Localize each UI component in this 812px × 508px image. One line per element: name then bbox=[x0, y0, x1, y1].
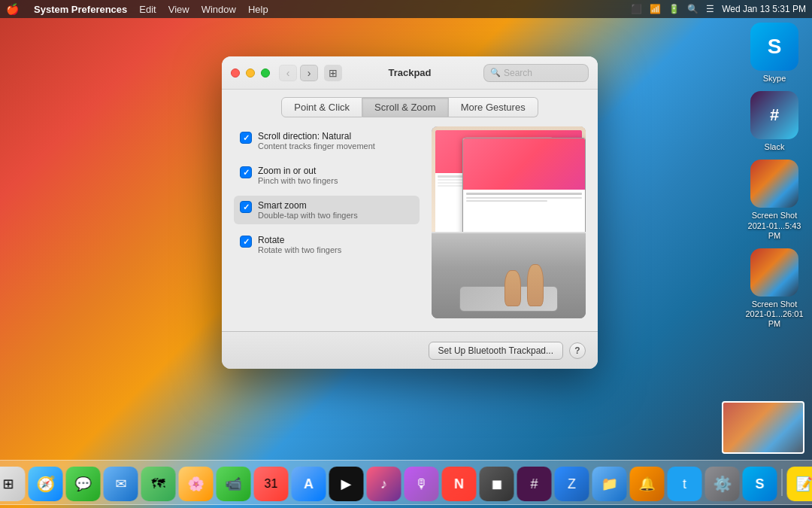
tab-scroll-zoom[interactable]: Scroll & Zoom bbox=[362, 97, 449, 117]
option-rotate[interactable]: ✓ Rotate Rotate with two fingers bbox=[234, 230, 420, 259]
search-icon[interactable]: 🔍 bbox=[687, 4, 698, 14]
search-input[interactable]: Search bbox=[504, 68, 582, 78]
dock-divider bbox=[782, 469, 783, 496]
dock-item-music[interactable]: ♪ bbox=[367, 467, 401, 501]
option-title-rotate: Rotate bbox=[258, 235, 341, 245]
traffic-lights bbox=[231, 68, 270, 78]
dock-item-mail[interactable]: ✉ bbox=[104, 467, 138, 501]
preview-thumbnail bbox=[722, 401, 804, 454]
slack-icon-label: Slack bbox=[765, 142, 785, 152]
dock-item-launchpad[interactable]: ⊞ bbox=[0, 467, 26, 501]
screenshot1-label: Screen Shot2021-01...5:43 PM bbox=[744, 211, 804, 241]
maximize-button[interactable] bbox=[261, 68, 270, 78]
checkbox-scroll-direction[interactable]: ✓ bbox=[240, 132, 252, 144]
tab-more-gestures[interactable]: More Gestures bbox=[449, 97, 538, 117]
option-subtitle-rotate: Rotate with two fingers bbox=[258, 245, 341, 254]
checkmark-zoom: ✓ bbox=[243, 168, 250, 178]
trackpad-preview-image bbox=[432, 126, 586, 318]
window-title: Trackpad bbox=[388, 67, 431, 78]
options-panel: ✓ Scroll direction: Natural Content trac… bbox=[234, 126, 420, 318]
option-subtitle-zoom: Pinch with two fingers bbox=[258, 176, 338, 185]
tab-point-click[interactable]: Point & Click bbox=[281, 97, 362, 117]
close-button[interactable] bbox=[231, 68, 240, 78]
dock-item-files[interactable]: 📁 bbox=[592, 467, 627, 501]
checkmark-scroll: ✓ bbox=[243, 133, 250, 143]
dock-item-messages[interactable]: 💬 bbox=[66, 467, 101, 501]
dock: 🖥 ⊞ 🧭 💬 ✉ 🗺 🌸 📹 31 A ▶ ♪ 🎙 N ◼ # bbox=[0, 460, 812, 505]
dock-item-calendar[interactable]: 31 bbox=[254, 467, 289, 501]
screenshot2-label: Screen Shot2021-01...26:01 PM bbox=[744, 300, 804, 330]
desktop-icons-area: S Skype # Slack Screen Shot2021-01...5:4… bbox=[744, 23, 804, 330]
desktop-icon-slack[interactable]: # Slack bbox=[744, 91, 804, 152]
menubar-view[interactable]: View bbox=[168, 4, 189, 15]
desktop-icon-screenshot1[interactable]: Screen Shot2021-01...5:43 PM bbox=[744, 160, 804, 241]
slack-app-icon: # bbox=[750, 91, 798, 139]
option-text-rotate: Rotate Rotate with two fingers bbox=[258, 235, 341, 254]
checkbox-smart-zoom[interactable]: ✓ bbox=[240, 201, 252, 213]
tab-bar: Point & Click Scroll & Zoom More Gesture… bbox=[222, 90, 598, 117]
wifi-icon[interactable]: 📶 bbox=[650, 4, 661, 14]
screenshot2-icon bbox=[750, 248, 798, 297]
option-text-zoom: Zoom in or out Pinch with two fingers bbox=[258, 166, 338, 185]
menubar-edit[interactable]: Edit bbox=[139, 4, 156, 15]
option-zoom-in-out[interactable]: ✓ Zoom in or out Pinch with two fingers bbox=[234, 161, 420, 190]
battery-icon[interactable]: 🔋 bbox=[668, 4, 680, 14]
forward-button[interactable]: › bbox=[300, 65, 318, 81]
checkbox-zoom[interactable]: ✓ bbox=[240, 166, 252, 178]
skype-app-icon: S bbox=[750, 23, 798, 71]
dock-item-skype[interactable]: S bbox=[743, 467, 777, 501]
notification-icon[interactable]: ☰ bbox=[706, 4, 714, 14]
window-titlebar: ‹ › ⊞ Trackpad 🔍 Search bbox=[222, 56, 598, 90]
help-button[interactable]: ? bbox=[569, 342, 586, 359]
checkbox-rotate[interactable]: ✓ bbox=[240, 236, 252, 248]
option-subtitle-smart-zoom: Double-tap with two fingers bbox=[258, 211, 358, 220]
menubar-help[interactable]: Help bbox=[248, 4, 268, 15]
menubar-time: Wed Jan 13 5:31 PM bbox=[722, 4, 806, 14]
option-title-zoom: Zoom in or out bbox=[258, 166, 338, 176]
content-area: ✓ Scroll direction: Natural Content trac… bbox=[222, 117, 598, 327]
dock-item-podcasts[interactable]: 🎙 bbox=[404, 467, 439, 501]
dock-item-twitter[interactable]: t bbox=[668, 467, 702, 501]
dock-item-clips[interactable]: ◼ bbox=[480, 467, 514, 501]
apple-menu-icon[interactable]: 🍎 bbox=[6, 3, 19, 15]
search-bar[interactable]: 🔍 Search bbox=[483, 64, 589, 82]
back-button[interactable]: ‹ bbox=[279, 65, 297, 81]
dock-item-photos[interactable]: 🌸 bbox=[179, 467, 214, 501]
menubar-window[interactable]: Window bbox=[201, 4, 236, 15]
desktop-icon-skype[interactable]: S Skype bbox=[744, 23, 804, 84]
skype-icon-label: Skype bbox=[763, 74, 786, 84]
bluetooth-setup-button[interactable]: Set Up Bluetooth Trackpad... bbox=[429, 342, 563, 360]
option-smart-zoom[interactable]: ✓ Smart zoom Double-tap with two fingers bbox=[234, 196, 420, 224]
bottom-bar: Set Up Bluetooth Trackpad... ? bbox=[222, 331, 598, 369]
dock-item-slack[interactable]: # bbox=[517, 467, 552, 501]
minimize-button[interactable] bbox=[246, 68, 255, 78]
option-title-smart-zoom: Smart zoom bbox=[258, 200, 358, 211]
option-text-scroll: Scroll direction: Natural Content tracks… bbox=[258, 131, 375, 151]
option-text-smart-zoom: Smart zoom Double-tap with two fingers bbox=[258, 200, 358, 220]
option-title-scroll: Scroll direction: Natural bbox=[258, 131, 375, 141]
desktop-icon-screenshot2[interactable]: Screen Shot2021-01...26:01 PM bbox=[744, 248, 804, 330]
option-scroll-direction[interactable]: ✓ Scroll direction: Natural Content trac… bbox=[234, 126, 420, 155]
menubar-app-name[interactable]: System Preferences bbox=[34, 4, 127, 15]
dock-item-facetime[interactable]: 📹 bbox=[217, 467, 251, 501]
screenshot1-icon bbox=[750, 160, 798, 208]
menubar: 🍎 System Preferences Edit View Window He… bbox=[0, 0, 812, 18]
dock-item-sysprefs[interactable]: ⚙️ bbox=[705, 467, 740, 501]
search-icon: 🔍 bbox=[490, 68, 501, 78]
dock-item-news[interactable]: N bbox=[442, 467, 477, 501]
checkmark-rotate: ✓ bbox=[243, 237, 250, 247]
dock-item-zoom[interactable]: Z bbox=[555, 467, 589, 501]
dock-item-notes[interactable]: 📝 bbox=[787, 467, 813, 501]
dock-item-appstore[interactable]: A bbox=[292, 467, 326, 501]
dock-item-notif[interactable]: 🔔 bbox=[630, 467, 665, 501]
grid-view-button[interactable]: ⊞ bbox=[324, 65, 342, 81]
option-subtitle-scroll: Content tracks finger movement bbox=[258, 141, 375, 151]
dock-item-safari[interactable]: 🧭 bbox=[29, 467, 63, 501]
dock-item-appletv[interactable]: ▶ bbox=[329, 467, 364, 501]
system-preferences-window: ‹ › ⊞ Trackpad 🔍 Search Point & Click Sc… bbox=[222, 56, 598, 369]
dock-item-maps[interactable]: 🗺 bbox=[141, 467, 176, 501]
display-icon[interactable]: ⬛ bbox=[631, 4, 642, 14]
checkmark-smart-zoom: ✓ bbox=[243, 202, 250, 212]
